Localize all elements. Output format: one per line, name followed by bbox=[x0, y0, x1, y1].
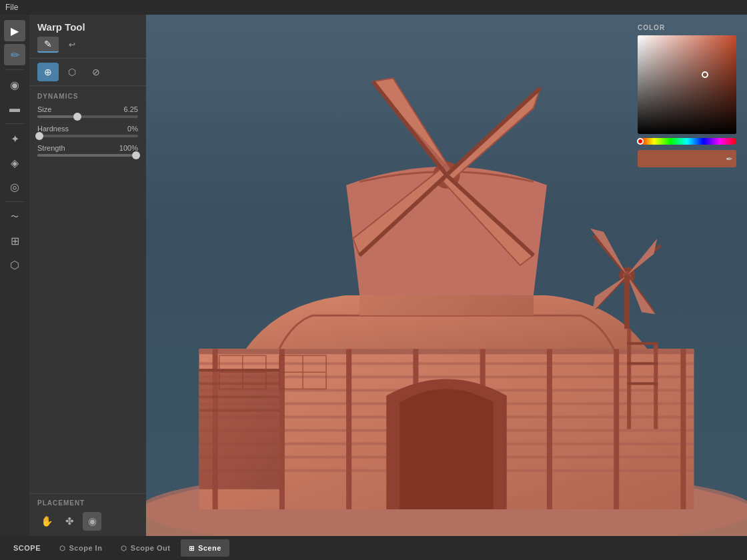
svg-line-31 bbox=[447, 88, 540, 175]
svg-rect-20 bbox=[680, 349, 686, 509]
hue-slider[interactable] bbox=[638, 138, 736, 145]
svg-rect-19 bbox=[614, 349, 619, 509]
strength-track[interactable] bbox=[37, 154, 138, 157]
file-menu[interactable]: File bbox=[5, 3, 18, 12]
gradient-dark-overlay bbox=[638, 35, 736, 134]
hardness-slider-row: Hardness 0% bbox=[37, 125, 138, 137]
svg-line-36 bbox=[594, 235, 627, 275]
svg-rect-46 bbox=[199, 369, 279, 489]
svg-rect-45 bbox=[627, 382, 658, 385]
svg-rect-18 bbox=[547, 349, 552, 509]
brush-mode-paint[interactable]: ✎ bbox=[37, 37, 59, 53]
scope-out-label: Scope Out bbox=[131, 544, 171, 552]
strength-label: Strength bbox=[37, 144, 65, 152]
svg-rect-48 bbox=[199, 382, 279, 385]
menubar: File bbox=[0, 0, 747, 15]
hue-thumb[interactable] bbox=[637, 138, 644, 145]
placement-node-btn[interactable]: ✤ bbox=[60, 512, 79, 531]
placement-hand-btn[interactable]: ✋ bbox=[37, 512, 56, 531]
eyedropper-button[interactable]: ✒ bbox=[722, 151, 736, 166]
left-toolbar: ▶ ✏ ◉ ▬ ✦ ◈ ◎ 〜 ⊞ ⬡ bbox=[0, 15, 29, 536]
subtab-cube[interactable]: ⬡ bbox=[61, 63, 83, 81]
tool-title: Warp Tool bbox=[37, 21, 85, 33]
svg-rect-3 bbox=[199, 349, 694, 354]
svg-rect-42 bbox=[654, 342, 658, 429]
tool-header: Warp Tool bbox=[29, 15, 146, 37]
scene-tab[interactable]: ⊞ Scene bbox=[181, 539, 229, 557]
brush-subtabs: ⊕ ⬡ ⊘ bbox=[29, 59, 146, 86]
svg-rect-49 bbox=[199, 395, 279, 398]
toolbar-divider-3 bbox=[5, 201, 24, 202]
scope-in-tab[interactable]: ⬡ Scope In bbox=[51, 539, 110, 557]
placement-circle-btn[interactable]: ◉ bbox=[83, 512, 101, 531]
inflate-tool-icon[interactable]: ◎ bbox=[4, 176, 25, 197]
svg-rect-47 bbox=[199, 369, 279, 371]
crease-tool-icon[interactable]: 〜 bbox=[4, 206, 25, 227]
scope-label: SCOPE bbox=[5, 539, 49, 557]
scene-icon: ⊞ bbox=[189, 545, 195, 552]
svg-rect-4 bbox=[199, 362, 694, 365]
strength-thumb[interactable] bbox=[132, 151, 140, 159]
select-tool-icon[interactable]: ▶ bbox=[4, 20, 25, 41]
grab-tool-icon[interactable]: ✦ bbox=[4, 128, 25, 149]
subtab-sphere[interactable]: ⊕ bbox=[37, 63, 59, 81]
svg-rect-14 bbox=[279, 349, 285, 509]
toolbar-divider-2 bbox=[5, 123, 24, 124]
size-label: Size bbox=[37, 105, 51, 113]
subtab-custom[interactable]: ⊘ bbox=[85, 63, 107, 81]
svg-rect-43 bbox=[627, 342, 658, 345]
placement-label: PLACEMENT bbox=[37, 499, 138, 507]
scope-in-icon: ⬡ bbox=[59, 545, 66, 552]
color-panel: COLOR ✒ bbox=[638, 24, 736, 170]
dynamics-label: DYNAMICS bbox=[37, 93, 138, 100]
svg-rect-15 bbox=[346, 349, 351, 509]
hardness-track[interactable] bbox=[37, 135, 138, 137]
strength-fill bbox=[37, 154, 136, 157]
brush-mode-tabs: ✎ ↩ bbox=[29, 37, 146, 59]
scope-in-label: Scope In bbox=[69, 544, 103, 552]
placement-buttons: ✋ ✤ ◉ bbox=[37, 512, 138, 531]
scope-out-icon: ⬡ bbox=[121, 545, 127, 552]
flatten-tool-icon[interactable]: ▬ bbox=[4, 98, 25, 119]
svg-rect-44 bbox=[627, 362, 658, 365]
svg-rect-50 bbox=[199, 409, 279, 412]
scene-label: Scene bbox=[198, 544, 221, 552]
dynamics-section: DYNAMICS Size 6.25 Hardness 0% bbox=[29, 86, 146, 170]
size-slider-row: Size 6.25 bbox=[37, 105, 138, 118]
scope-out-tab[interactable]: ⬡ Scope Out bbox=[113, 539, 178, 557]
smooth-tool-icon[interactable]: ◉ bbox=[4, 74, 25, 95]
swatch-container: ✒ bbox=[638, 150, 736, 167]
size-value: 6.25 bbox=[124, 105, 138, 113]
svg-line-30 bbox=[373, 81, 446, 175]
hardness-label: Hardness bbox=[37, 125, 69, 133]
placement-section: PLACEMENT ✋ ✤ ◉ bbox=[29, 493, 146, 536]
layer-icon[interactable]: ⊞ bbox=[4, 230, 25, 251]
strength-slider-row: Strength 100% bbox=[37, 144, 138, 157]
color-gradient-picker[interactable] bbox=[638, 35, 736, 134]
hardness-thumb[interactable] bbox=[35, 132, 43, 140]
tool-panel: Warp Tool ✎ ↩ ⊕ ⬡ ⊘ DYNAMICS Size 6.25 H… bbox=[29, 15, 146, 536]
brush-tool-icon[interactable]: ✏ bbox=[4, 44, 25, 65]
mask-icon[interactable]: ⬡ bbox=[4, 254, 25, 275]
pinch-tool-icon[interactable]: ◈ bbox=[4, 152, 25, 173]
bottom-bar: SCOPE ⬡ Scope In ⬡ Scope Out ⊞ Scene bbox=[0, 536, 747, 560]
size-thumb[interactable] bbox=[73, 113, 81, 121]
hardness-value: 0% bbox=[127, 125, 138, 133]
color-panel-label: COLOR bbox=[638, 24, 736, 31]
size-track[interactable] bbox=[37, 115, 138, 118]
toolbar-divider-1 bbox=[5, 69, 24, 70]
brush-mode-other[interactable]: ↩ bbox=[61, 37, 83, 53]
size-fill bbox=[37, 115, 77, 118]
svg-rect-40 bbox=[624, 275, 630, 329]
